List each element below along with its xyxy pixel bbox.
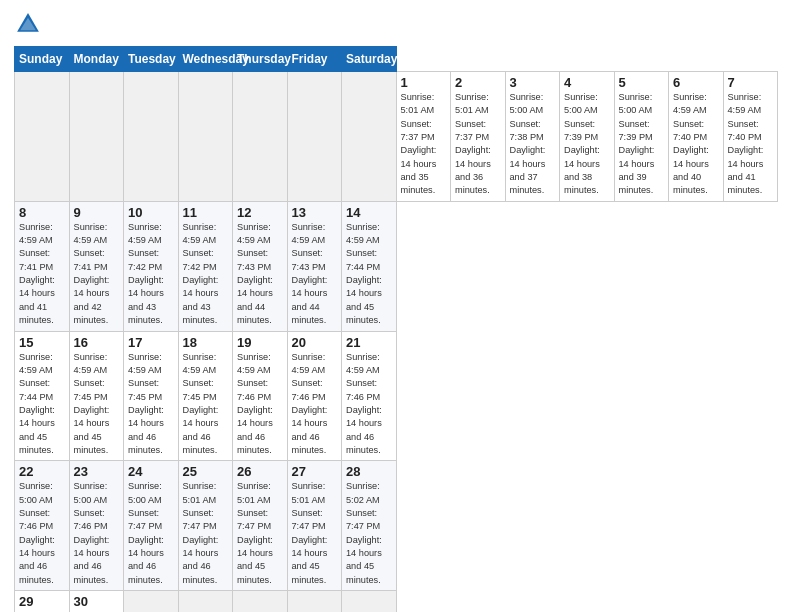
daylight-label: Daylight: 14 hours and 37 minutes. — [510, 145, 546, 195]
daylight-label: Daylight: 14 hours and 44 minutes. — [292, 275, 328, 325]
daylight-label: Daylight: 14 hours and 43 minutes. — [183, 275, 219, 325]
col-header-sunday: Sunday — [15, 47, 70, 72]
calendar-cell: 5 Sunrise: 5:00 AM Sunset: 7:39 PM Dayli… — [614, 72, 669, 202]
daylight-label: Daylight: 14 hours and 46 minutes. — [19, 535, 55, 585]
daylight-label: Daylight: 14 hours and 41 minutes. — [728, 145, 764, 195]
sun-info: Sunrise: 5:01 AM Sunset: 7:47 PM Dayligh… — [292, 480, 338, 587]
col-header-wednesday: Wednesday — [178, 47, 233, 72]
calendar-cell: 17 Sunrise: 4:59 AM Sunset: 7:45 PM Dayl… — [124, 331, 179, 461]
sunrise-label: Sunrise: 4:59 AM — [74, 352, 108, 375]
calendar-cell: 18 Sunrise: 4:59 AM Sunset: 7:45 PM Dayl… — [178, 331, 233, 461]
daylight-label: Daylight: 14 hours and 46 minutes. — [183, 405, 219, 455]
day-number: 19 — [237, 335, 283, 350]
sunset-label: Sunset: 7:46 PM — [237, 378, 271, 401]
sun-info: Sunrise: 5:01 AM Sunset: 7:37 PM Dayligh… — [401, 91, 447, 198]
sunset-label: Sunset: 7:40 PM — [728, 119, 762, 142]
calendar-cell: 9 Sunrise: 4:59 AM Sunset: 7:41 PM Dayli… — [69, 201, 124, 331]
daylight-label: Daylight: 14 hours and 45 minutes. — [19, 405, 55, 455]
calendar-cell: 23 Sunrise: 5:00 AM Sunset: 7:46 PM Dayl… — [69, 461, 124, 591]
col-header-monday: Monday — [69, 47, 124, 72]
logo — [14, 10, 46, 38]
daylight-label: Daylight: 14 hours and 46 minutes. — [183, 535, 219, 585]
sunrise-label: Sunrise: 4:59 AM — [19, 352, 53, 375]
sunrise-label: Sunrise: 4:59 AM — [19, 222, 53, 245]
sunset-label: Sunset: 7:37 PM — [401, 119, 435, 142]
calendar-week-3: 15 Sunrise: 4:59 AM Sunset: 7:44 PM Dayl… — [15, 331, 778, 461]
daylight-label: Daylight: 14 hours and 46 minutes. — [237, 405, 273, 455]
daylight-label: Daylight: 14 hours and 38 minutes. — [564, 145, 600, 195]
daylight-label: Daylight: 14 hours and 45 minutes. — [292, 535, 328, 585]
sun-info: Sunrise: 5:01 AM Sunset: 7:37 PM Dayligh… — [455, 91, 501, 198]
sun-info: Sunrise: 5:01 AM Sunset: 7:47 PM Dayligh… — [183, 480, 229, 587]
sun-info: Sunrise: 4:59 AM Sunset: 7:44 PM Dayligh… — [346, 221, 392, 328]
day-number: 13 — [292, 205, 338, 220]
sun-info: Sunrise: 4:59 AM Sunset: 7:42 PM Dayligh… — [183, 221, 229, 328]
sunset-label: Sunset: 7:43 PM — [237, 248, 271, 271]
daylight-label: Daylight: 14 hours and 45 minutes. — [346, 275, 382, 325]
day-number: 7 — [728, 75, 774, 90]
calendar-cell: 14 Sunrise: 4:59 AM Sunset: 7:44 PM Dayl… — [342, 201, 397, 331]
sunset-label: Sunset: 7:47 PM — [183, 508, 217, 531]
day-number: 6 — [673, 75, 719, 90]
calendar-table: SundayMondayTuesdayWednesdayThursdayFrid… — [14, 46, 778, 612]
calendar-week-1: 1 Sunrise: 5:01 AM Sunset: 7:37 PM Dayli… — [15, 72, 778, 202]
sunrise-label: Sunrise: 5:00 AM — [564, 92, 598, 115]
day-number: 25 — [183, 464, 229, 479]
calendar-cell: 2 Sunrise: 5:01 AM Sunset: 7:37 PM Dayli… — [451, 72, 506, 202]
calendar-cell — [69, 72, 124, 202]
daylight-label: Daylight: 14 hours and 40 minutes. — [673, 145, 709, 195]
sunrise-label: Sunrise: 5:00 AM — [128, 481, 162, 504]
sun-info: Sunrise: 4:59 AM Sunset: 7:43 PM Dayligh… — [292, 221, 338, 328]
sunset-label: Sunset: 7:45 PM — [183, 378, 217, 401]
sun-info: Sunrise: 4:59 AM Sunset: 7:41 PM Dayligh… — [74, 221, 120, 328]
calendar-cell: 8 Sunrise: 4:59 AM Sunset: 7:41 PM Dayli… — [15, 201, 70, 331]
sun-info: Sunrise: 5:00 AM Sunset: 7:39 PM Dayligh… — [619, 91, 665, 198]
sun-info: Sunrise: 4:59 AM Sunset: 7:40 PM Dayligh… — [728, 91, 774, 198]
calendar-week-4: 22 Sunrise: 5:00 AM Sunset: 7:46 PM Dayl… — [15, 461, 778, 591]
sun-info: Sunrise: 4:59 AM Sunset: 7:45 PM Dayligh… — [183, 351, 229, 458]
sun-info: Sunrise: 4:59 AM Sunset: 7:44 PM Dayligh… — [19, 351, 65, 458]
calendar-cell: 11 Sunrise: 4:59 AM Sunset: 7:42 PM Dayl… — [178, 201, 233, 331]
sunrise-label: Sunrise: 4:59 AM — [128, 352, 162, 375]
calendar-cell: 25 Sunrise: 5:01 AM Sunset: 7:47 PM Dayl… — [178, 461, 233, 591]
sunrise-label: Sunrise: 4:59 AM — [728, 92, 762, 115]
daylight-label: Daylight: 14 hours and 43 minutes. — [128, 275, 164, 325]
calendar-cell — [233, 591, 288, 613]
sunset-label: Sunset: 7:41 PM — [74, 248, 108, 271]
sunrise-label: Sunrise: 4:59 AM — [292, 352, 326, 375]
sunset-label: Sunset: 7:39 PM — [619, 119, 653, 142]
calendar-cell: 24 Sunrise: 5:00 AM Sunset: 7:47 PM Dayl… — [124, 461, 179, 591]
sunset-label: Sunset: 7:45 PM — [74, 378, 108, 401]
day-number: 28 — [346, 464, 392, 479]
day-number: 5 — [619, 75, 665, 90]
day-number: 22 — [19, 464, 65, 479]
day-number: 2 — [455, 75, 501, 90]
sunrise-label: Sunrise: 4:59 AM — [74, 222, 108, 245]
day-number: 12 — [237, 205, 283, 220]
day-number: 30 — [74, 594, 120, 609]
sunset-label: Sunset: 7:42 PM — [128, 248, 162, 271]
sunset-label: Sunset: 7:43 PM — [292, 248, 326, 271]
day-number: 27 — [292, 464, 338, 479]
daylight-label: Daylight: 14 hours and 46 minutes. — [346, 405, 382, 455]
calendar-cell — [124, 591, 179, 613]
sunrise-label: Sunrise: 4:59 AM — [346, 352, 380, 375]
day-number: 24 — [128, 464, 174, 479]
day-number: 11 — [183, 205, 229, 220]
day-number: 10 — [128, 205, 174, 220]
calendar-cell — [287, 72, 342, 202]
calendar-cell: 28 Sunrise: 5:02 AM Sunset: 7:47 PM Dayl… — [342, 461, 397, 591]
daylight-label: Daylight: 14 hours and 36 minutes. — [455, 145, 491, 195]
day-number: 1 — [401, 75, 447, 90]
calendar-cell — [15, 72, 70, 202]
sunrise-label: Sunrise: 5:01 AM — [237, 481, 271, 504]
page: SundayMondayTuesdayWednesdayThursdayFrid… — [0, 0, 792, 612]
day-number: 16 — [74, 335, 120, 350]
sunrise-label: Sunrise: 5:01 AM — [455, 92, 489, 115]
sunset-label: Sunset: 7:42 PM — [183, 248, 217, 271]
sunset-label: Sunset: 7:46 PM — [19, 508, 53, 531]
day-number: 26 — [237, 464, 283, 479]
day-number: 21 — [346, 335, 392, 350]
calendar-cell: 13 Sunrise: 4:59 AM Sunset: 7:43 PM Dayl… — [287, 201, 342, 331]
calendar-week-2: 8 Sunrise: 4:59 AM Sunset: 7:41 PM Dayli… — [15, 201, 778, 331]
